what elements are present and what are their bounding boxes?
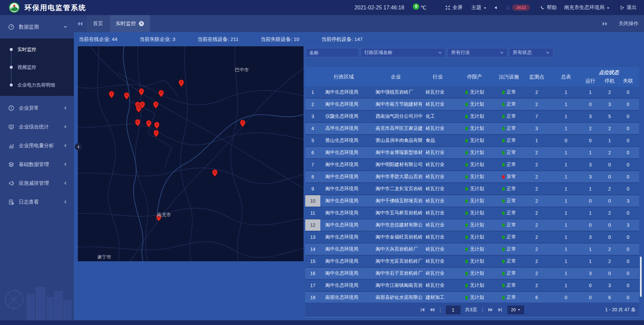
sidebar-item-1[interactable]: 数据监测 [0,15,74,39]
status-dot-green [502,235,505,239]
table-row[interactable]: 4高坪生态环境局南充市高坪区王家店建砖瓦行业无计划正常31220 [305,123,639,135]
theme-menu-button[interactable]: 主题 [471,4,487,11]
tab-item[interactable]: 实时监控× [110,15,150,32]
map-pin[interactable] [146,120,152,127]
cell-industry: 砖瓦行业 [424,174,451,180]
close-icon[interactable]: × [139,21,144,26]
cell-halt: 0 [602,174,617,179]
map-pin[interactable] [153,130,159,137]
cell-facility-status: 正常 [498,198,520,204]
cell-production-status: 无计划 [451,234,498,240]
megaphone-icon [8,180,15,186]
sidebar-subitem[interactable]: 实时监控 [0,41,74,58]
table-row[interactable]: 5营山生态环境局营山县润丰肉食品有限食品无计划正常10010 [305,135,639,147]
table-row[interactable]: 2阆中生态环境局阆中市南方节能建材有砖瓦行业无计划正常21030 [305,99,639,111]
name-filter-input[interactable] [309,50,355,55]
close-operations-button[interactable]: 关闭操作 [619,20,639,27]
map-pin[interactable] [212,169,218,177]
last-page-button[interactable] [498,307,503,312]
status-dot-green [465,223,468,227]
next-page-button[interactable] [488,307,493,312]
cell-lost: 3 [617,198,639,204]
cell-production-status: 无计划 [451,258,498,264]
sidebar-subitem-label: 视频监控 [17,64,36,70]
sidebar-item-2[interactable]: 企业异常 [0,99,74,117]
sidebar-item-7[interactable]: 日志查看 [0,193,74,211]
table-row[interactable]: 18南部生态环境局南部县砂化水泥有限公建材加工无计划正常60060 [305,292,639,304]
table-row[interactable]: 14阆中生态环境局阆中大兴页岩机砖厂砖瓦行业无计划正常21120 [305,243,639,256]
cell-total: 1 [553,247,579,252]
table-row[interactable]: 7阆中生态环境局阆中明阳建材有限公司砖瓦行业无计划正常21300 [305,159,639,171]
table-row[interactable]: 17阆中生态环境局阆中市江南镇阆南页岩砖瓦行业无计划正常21030 [305,280,639,292]
industry-filter-select[interactable]: 所有行业 [447,48,507,57]
sidebar-nav: 数据监测实时监控视频监控企业电力负荷明细企业异常企业综合统计企业用电量分析基础数… [0,15,74,211]
table-row[interactable]: 1阆中生态环境局阆中强锐页岩砖厂砖瓦行业无计划正常21120 [305,87,639,99]
cell-seq: 16 [305,268,320,279]
cell-production-status: 无计划 [451,210,498,216]
chevron-left-icon [63,125,67,129]
table-row[interactable]: 12阆中生态环境局阆中市忠信建材有限公砖瓦行业无计划正常21003 [305,219,639,231]
map-pin[interactable] [178,79,184,87]
tab-item[interactable]: 首页 [87,15,109,32]
table-row[interactable]: 8阆中生态环境局阆中市枣碧大梁山页岩砖瓦行业无计划异常21300 [305,171,639,183]
scrollbar-thumb[interactable] [640,257,642,297]
map-pin[interactable] [124,92,129,100]
col-header: 企业 [391,74,401,80]
help-button[interactable]: 帮助 [540,4,557,11]
cell-industry: 砖瓦行业 [424,270,451,276]
status-filter-value: 所有状态 [513,50,532,56]
map-pin[interactable] [136,105,142,113]
map-pin[interactable] [135,119,141,126]
facility-label: 正常 [507,282,516,288]
page-size-select[interactable]: 20 [507,306,524,314]
status-filter-select[interactable]: 所有状态 [509,48,553,57]
cell-halt: 0 [602,234,617,240]
map-pin[interactable] [158,90,164,97]
table-row[interactable]: 15阆中生态环境局阆中市光富页岩机砖厂砖瓦行业无计划正常21120 [305,256,639,268]
panel-collapse-button[interactable] [75,143,82,150]
region-filter-select[interactable]: 行政区域名称 [361,48,446,57]
map-pin[interactable] [154,122,160,129]
cell-company: 阆中市光富页岩机砖厂 [367,258,424,264]
map-pin[interactable] [153,101,159,109]
results-panel: 行政区域名称 所有行业 所有状态 行政区域企业行业停限产治污设施监测点总表点位状… [305,46,639,318]
cell-monitor: 3 [520,126,553,131]
fullscreen-button[interactable]: 全屏 [445,4,463,11]
sidebar-subitem[interactable]: 企业电力负荷明细 [0,76,74,94]
cell-monitor: 2 [520,186,553,192]
total-pages-label: 共3页 [465,307,477,313]
map-pin[interactable] [109,91,114,98]
table-row[interactable]: 6阆中生态环境局阆中市金博瑞新型墙材砖瓦行业无计划正常21120 [305,147,639,159]
status-dot-green [465,139,468,143]
sidebar-item-5[interactable]: 基础数据管理 [0,155,74,174]
status-dot-green [465,91,468,94]
sidebar-item-3[interactable]: 企业综合统计 [0,117,74,136]
map[interactable]: 巴中市南充市遂宁市 [78,46,304,261]
page-number-input[interactable]: 1 [446,306,461,314]
table-row[interactable]: 10阆中生态环境局阆中千佛镇五郎垭页岩砖瓦行业无计划正常21003 [305,195,639,207]
stats-board-icon [8,124,15,130]
cell-seq: 11 [305,207,320,219]
table-row[interactable]: 16阆中生态环境局阆中市石子页岩机砖厂砖瓦行业无计划正常21300 [305,268,639,280]
sidebar-item-6[interactable]: 应急减排管理 [0,174,74,193]
first-page-button[interactable] [420,307,425,312]
tabs-scroll-right-button[interactable] [602,21,608,26]
production-label: 无计划 [470,258,484,264]
prev-page-button[interactable] [430,307,435,312]
table-row[interactable]: 11阆中生态环境局阆中市五马桥页岩机砖砖瓦行业无计划正常21120 [305,207,639,219]
map-pin[interactable] [139,88,144,96]
map-pin[interactable] [240,120,246,127]
table-row[interactable]: 13阆中生态环境局阆中市金福旺页岩机砖砖瓦行业无计划正常21300 [305,231,639,243]
tabs-scroll-left-button[interactable] [77,21,83,26]
logout-button[interactable]: 退出 [620,4,637,11]
org-menu-button[interactable]: 南充市生态环境局 [564,4,610,11]
sidebar-subitem[interactable]: 视频监控 [0,58,74,76]
notifications-button[interactable]: 2632 [505,4,530,11]
table-row[interactable]: 9阆中生态环境局阆中市二龙长宝页岩砖砖瓦行业无计划正常21120 [305,183,639,195]
page-size-value: 20 [511,307,516,312]
sidebar-item-4[interactable]: 企业用电量分析 [0,136,74,155]
table-row[interactable]: 3仪陇生态环境局西南油气田分公司川中化工无计划正常71350 [305,111,639,123]
cell-halt: 2 [602,150,617,155]
sound-mute-button[interactable] [494,5,499,10]
cell-monitor: 6 [520,295,553,300]
